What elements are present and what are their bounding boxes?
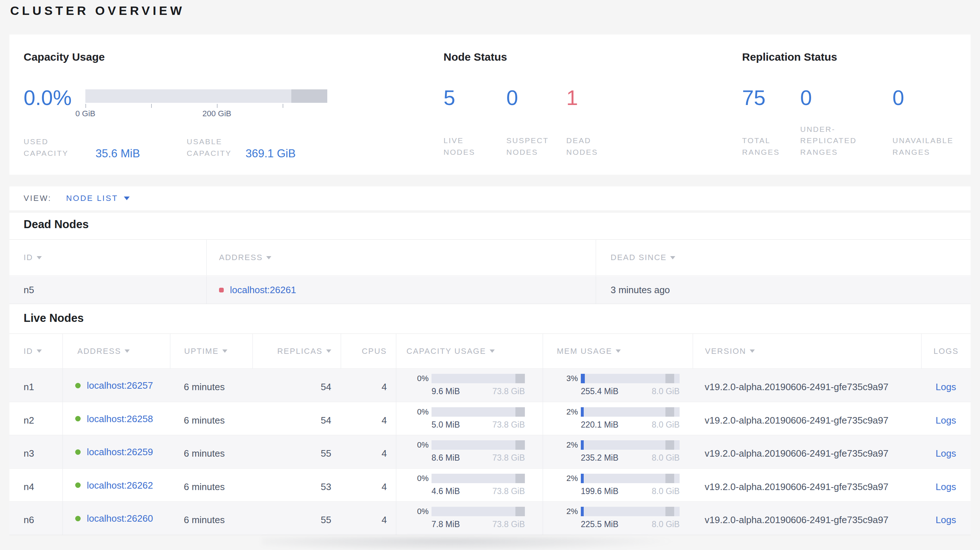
mem-bar-other-segment	[665, 407, 674, 416]
capacity-gauge-other-segment	[291, 89, 327, 103]
live-node-version: v19.2.0-alpha.20190606-2491-gfe735c9a97	[693, 469, 921, 502]
mem-percent-label: 2%	[543, 407, 578, 416]
live-nodes-count: 5	[444, 87, 455, 108]
live-col-header-uptime[interactable]: UPTIME	[170, 334, 253, 368]
mem-usage-bar	[581, 407, 679, 416]
live-nodes-header-row: ID ADDRESS UPTIME REPLICAS CPUS CAPACITY…	[10, 334, 970, 369]
dead-node-id: n5	[10, 276, 206, 304]
live-col-header-address[interactable]: ADDRESS	[62, 334, 170, 368]
live-node-mem-cell: 2% 199.6 MiB 8.0 GiB	[542, 469, 693, 502]
live-node-cpus: 4	[341, 502, 396, 535]
capacity-percent-label: 0%	[396, 507, 429, 516]
live-node-logs-link[interactable]: Logs	[936, 382, 956, 392]
cluster-overview-page: CLUSTER OVERVIEW Capacity Usage 0.0% 0 G…	[0, 0, 980, 550]
live-col-header-capacity-usage[interactable]: CAPACITY USAGE	[396, 334, 542, 368]
usable-capacity-value: 369.1 GiB	[245, 148, 296, 160]
live-node-id: n6	[10, 502, 62, 535]
view-bar: VIEW: NODE LIST	[10, 186, 970, 210]
live-node-address-link[interactable]: localhost:26257	[87, 381, 153, 390]
capacity-total-value: 73.8 GiB	[493, 486, 525, 496]
page-title: CLUSTER OVERVIEW	[10, 4, 185, 18]
live-col-header-version[interactable]: VERSION	[693, 334, 921, 368]
view-selected-value: NODE LIST	[66, 194, 118, 203]
live-node-mem-cell: 2% 235.2 MiB 8.0 GiB	[542, 435, 693, 468]
live-node-capacity-cell: 0% 9.6 MiB 73.8 GiB	[396, 369, 542, 402]
live-node-address-cell: localhost:26259	[62, 435, 170, 468]
mem-bar-other-segment	[665, 507, 674, 516]
live-nodes-label: LIVE NODES	[444, 135, 491, 158]
live-node-logs-cell: Logs	[921, 502, 970, 535]
capacity-usage-title: Capacity Usage	[24, 51, 423, 63]
capacity-usage-section: Capacity Usage 0.0% 0 GiB 200 GiB	[24, 51, 423, 160]
live-node-capacity-cell: 0% 8.6 MiB 73.8 GiB	[396, 435, 542, 468]
dead-col-header-address[interactable]: ADDRESS	[206, 240, 596, 275]
mem-percent-label: 2%	[543, 474, 578, 483]
mem-used-value: 199.6 MiB	[581, 486, 619, 496]
live-node-mem-cell: 2% 220.1 MiB 8.0 GiB	[542, 402, 693, 435]
live-node-uptime: 6 minutes	[170, 435, 253, 468]
sort-desc-icon	[616, 350, 621, 353]
live-node-address-cell: localhost:26258	[62, 402, 170, 435]
mem-percent-label: 2%	[543, 440, 578, 450]
suspect-nodes-label: SUSPECT NODES	[506, 135, 557, 158]
mem-bar-fill	[581, 407, 584, 416]
live-node-logs-link[interactable]: Logs	[936, 481, 956, 492]
axis-tick	[85, 104, 86, 108]
node-status-section: Node Status 5 0 1 LIVE NODES SUSPECT NOD…	[444, 51, 734, 160]
live-node-logs-cell: Logs	[921, 435, 970, 468]
capacity-usage-bar	[431, 374, 525, 383]
live-node-cpus: 4	[341, 469, 396, 502]
mem-bar-other-segment	[665, 474, 674, 483]
live-node-address-cell: localhost:26262	[62, 469, 170, 502]
live-node-address-link[interactable]: localhost:26258	[87, 414, 153, 424]
live-col-header-id[interactable]: ID	[10, 334, 62, 368]
dead-node-address-link[interactable]: localhost:26261	[230, 285, 296, 295]
live-status-icon	[75, 449, 81, 455]
mem-percent-label: 2%	[543, 507, 578, 516]
chevron-down-icon	[124, 197, 130, 200]
live-status-icon	[75, 416, 81, 421]
capacity-usage-bar	[431, 474, 525, 483]
live-node-logs-link[interactable]: Logs	[936, 448, 956, 459]
capacity-used-value: 4.6 MiB	[431, 486, 460, 496]
mem-used-value: 225.5 MiB	[581, 520, 619, 529]
dead-nodes-heading: Dead Nodes	[24, 218, 89, 231]
dead-col-header-dead-since[interactable]: DEAD SINCE	[596, 240, 970, 275]
bottom-shadow	[261, 537, 679, 550]
capacity-bar-other-segment	[515, 407, 525, 416]
capacity-total-value: 73.8 GiB	[493, 386, 525, 396]
capacity-total-value: 73.8 GiB	[493, 420, 525, 430]
live-col-header-replicas[interactable]: REPLICAS	[253, 334, 341, 368]
capacity-total-value: 73.8 GiB	[493, 453, 525, 463]
mem-used-value: 220.1 MiB	[581, 420, 619, 430]
live-node-cpus: 4	[341, 402, 396, 435]
live-node-row: n4 localhost:26262 6 minutes 53 4 0% 4.6…	[10, 469, 970, 502]
axis-tick-label: 0 GiB	[75, 109, 95, 118]
live-node-address-link[interactable]: localhost:26259	[87, 447, 153, 457]
live-node-id: n2	[10, 402, 62, 435]
live-node-replicas: 53	[253, 469, 341, 502]
sort-desc-icon	[37, 350, 42, 353]
live-node-id: n4	[10, 469, 62, 502]
live-node-logs-link[interactable]: Logs	[936, 415, 956, 426]
capacity-bar-other-segment	[515, 440, 525, 450]
mem-total-value: 8.0 GiB	[652, 386, 679, 396]
live-col-header-mem-usage[interactable]: MEM USAGE	[542, 334, 693, 368]
capacity-percent-label: 0%	[396, 374, 429, 383]
mem-total-value: 8.0 GiB	[652, 486, 679, 496]
dead-col-header-id[interactable]: ID	[10, 240, 206, 275]
live-nodes-heading: Live Nodes	[24, 312, 84, 325]
mem-bar-fill	[581, 507, 584, 516]
capacity-percent-label: 0%	[396, 440, 429, 450]
capacity-percent-label: 0%	[396, 407, 429, 416]
mem-usage-bar	[581, 440, 679, 450]
live-node-address-link[interactable]: localhost:26260	[87, 513, 153, 523]
sort-desc-icon	[222, 350, 228, 353]
live-node-logs-link[interactable]: Logs	[936, 514, 956, 525]
sort-desc-icon	[670, 256, 675, 259]
live-status-icon	[75, 482, 81, 488]
live-node-address-link[interactable]: localhost:26262	[87, 481, 153, 490]
live-node-mem-cell: 2% 225.5 MiB 8.0 GiB	[542, 502, 693, 535]
view-selector-dropdown[interactable]: NODE LIST	[66, 194, 130, 203]
live-node-replicas: 54	[253, 369, 341, 402]
